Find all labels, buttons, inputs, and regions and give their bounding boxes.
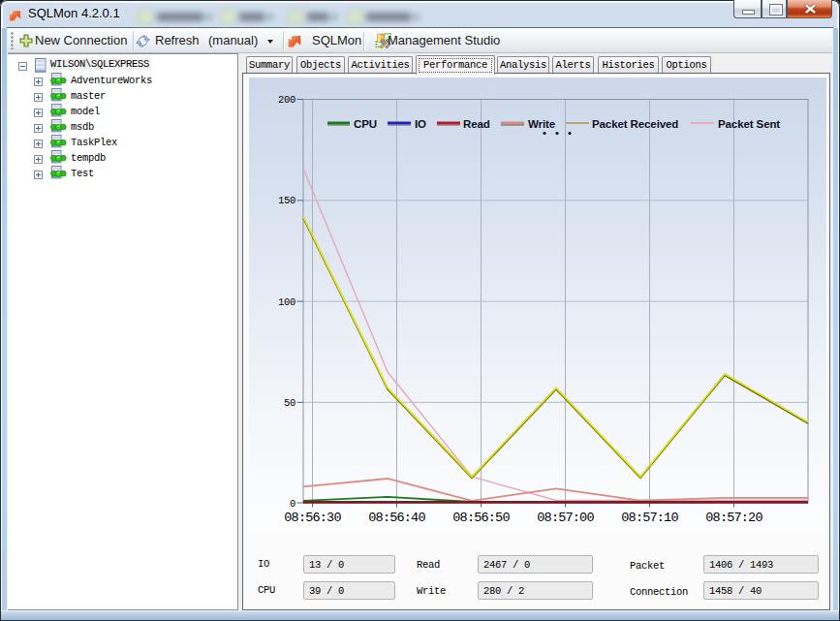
svg-text:08:57:20: 08:57:20 [705, 511, 762, 525]
svg-text:200: 200 [278, 94, 296, 106]
svg-text:08:56:40: 08:56:40 [368, 511, 425, 525]
svg-text:100: 100 [278, 296, 296, 308]
svg-text:Packet Sent: Packet Sent [718, 118, 780, 130]
svg-text:08:57:10: 08:57:10 [621, 511, 678, 525]
svg-text:IO: IO [415, 118, 426, 130]
svg-text:150: 150 [278, 195, 296, 206]
svg-text:50: 50 [284, 397, 296, 409]
svg-text:Write: Write [528, 118, 555, 130]
svg-text:0: 0 [290, 498, 296, 510]
svg-text:08:56:50: 08:56:50 [452, 511, 510, 525]
svg-text:Packet Received: Packet Received [592, 118, 678, 130]
svg-text:Read: Read [463, 118, 490, 130]
svg-text:CPU: CPU [354, 118, 377, 130]
svg-text:08:56:30: 08:56:30 [284, 511, 341, 525]
svg-text:08:57:00: 08:57:00 [537, 511, 594, 525]
